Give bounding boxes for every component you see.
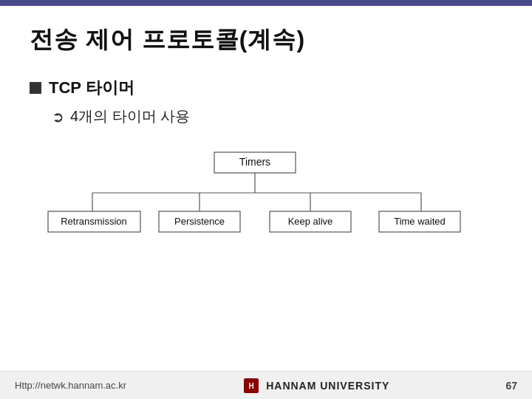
svg-text:Persistence: Persistence (174, 216, 225, 227)
diagram-svg: Timers Retransmission Persistence Keep a… (44, 149, 488, 267)
footer-university: H HANNAM UNIVERSITY (242, 377, 389, 395)
svg-text:Timers: Timers (239, 156, 270, 168)
footer-url: Http://netwk.hannam.ac.kr (15, 380, 126, 391)
university-logo-icon: H (242, 377, 260, 395)
bullet-icon (30, 82, 41, 94)
footer-page-number: 67 (505, 380, 517, 392)
footer: Http://netwk.hannam.ac.kr H HANNAM UNIVE… (0, 371, 532, 399)
university-name: HANNAM UNIVERSITY (266, 380, 389, 392)
main-content: 전송 제어 프로토콜(계속) TCP 타이머 ➲ 4개의 타이머 사용 Time… (0, 6, 532, 282)
svg-text:Retransmission: Retransmission (61, 216, 127, 227)
svg-text:Time waited: Time waited (394, 216, 446, 227)
top-bar (0, 0, 532, 6)
sub-item-label: 4개의 타이머 사용 (70, 106, 190, 126)
diagram-container: Timers Retransmission Persistence Keep a… (30, 149, 502, 267)
svg-text:H: H (249, 382, 254, 390)
sub-item: ➲ 4개의 타이머 사용 (52, 106, 502, 126)
svg-text:Keep alive: Keep alive (288, 216, 333, 227)
section-title: TCP 타이머 (49, 77, 134, 99)
page-title: 전송 제어 프로토콜(계속) (30, 24, 502, 56)
arrow-icon: ➲ (52, 108, 64, 126)
section-header: TCP 타이머 (30, 77, 502, 99)
